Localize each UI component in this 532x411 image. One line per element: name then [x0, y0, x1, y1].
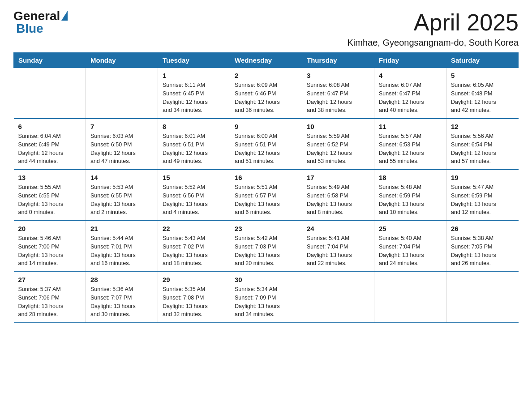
calendar-cell: 24Sunrise: 5:41 AM Sunset: 7:04 PM Dayli…: [302, 221, 374, 272]
day-info: Sunrise: 5:34 AM Sunset: 7:09 PM Dayligh…: [235, 285, 297, 319]
calendar-cell: 30Sunrise: 5:34 AM Sunset: 7:09 PM Dayli…: [230, 272, 302, 323]
day-info: Sunrise: 5:55 AM Sunset: 6:55 PM Dayligh…: [18, 183, 82, 217]
day-number: 22: [163, 225, 225, 232]
day-number: 20: [18, 225, 82, 232]
day-number: 9: [235, 123, 297, 130]
location-subtitle: Kimhae, Gyeongsangnam-do, South Korea: [348, 38, 519, 48]
calendar-week-row: 1Sunrise: 6:11 AM Sunset: 6:45 PM Daylig…: [14, 68, 519, 119]
day-number: 18: [379, 174, 442, 181]
day-number: 15: [163, 174, 225, 181]
day-number: 1: [163, 72, 225, 79]
calendar-cell: [446, 272, 519, 323]
calendar-header-saturday: Saturday: [446, 53, 519, 68]
calendar-cell: 18Sunrise: 5:48 AM Sunset: 6:59 PM Dayli…: [374, 170, 446, 221]
day-info: Sunrise: 5:47 AM Sunset: 6:59 PM Dayligh…: [451, 183, 514, 217]
calendar-header-tuesday: Tuesday: [158, 53, 230, 68]
day-number: 5: [451, 72, 514, 79]
day-info: Sunrise: 5:43 AM Sunset: 7:02 PM Dayligh…: [163, 234, 225, 268]
calendar-cell: 9Sunrise: 6:00 AM Sunset: 6:51 PM Daylig…: [230, 119, 302, 170]
calendar-cell: [374, 272, 446, 323]
day-number: 7: [90, 123, 153, 130]
calendar-cell: 15Sunrise: 5:52 AM Sunset: 6:56 PM Dayli…: [158, 170, 230, 221]
title-area: April 2025 Kimhae, Gyeongsangnam-do, Sou…: [348, 9, 519, 48]
day-info: Sunrise: 5:41 AM Sunset: 7:04 PM Dayligh…: [307, 234, 369, 268]
calendar-cell: 16Sunrise: 5:51 AM Sunset: 6:57 PM Dayli…: [230, 170, 302, 221]
day-number: 19: [451, 174, 514, 181]
calendar-cell: 14Sunrise: 5:53 AM Sunset: 6:55 PM Dayli…: [86, 170, 158, 221]
day-number: 30: [235, 276, 297, 283]
calendar-cell: 8Sunrise: 6:01 AM Sunset: 6:51 PM Daylig…: [158, 119, 230, 170]
day-info: Sunrise: 5:57 AM Sunset: 6:53 PM Dayligh…: [379, 132, 442, 166]
calendar-cell: 25Sunrise: 5:40 AM Sunset: 7:04 PM Dayli…: [374, 221, 446, 272]
day-number: 17: [307, 174, 369, 181]
day-info: Sunrise: 5:56 AM Sunset: 6:54 PM Dayligh…: [451, 132, 514, 166]
day-number: 10: [307, 123, 369, 130]
day-info: Sunrise: 5:59 AM Sunset: 6:52 PM Dayligh…: [307, 132, 369, 166]
calendar-cell: 4Sunrise: 6:07 AM Sunset: 6:47 PM Daylig…: [374, 68, 446, 119]
day-number: 27: [18, 276, 82, 283]
calendar-cell: 17Sunrise: 5:49 AM Sunset: 6:58 PM Dayli…: [302, 170, 374, 221]
day-info: Sunrise: 5:52 AM Sunset: 6:56 PM Dayligh…: [163, 183, 225, 217]
day-number: 2: [235, 72, 297, 79]
day-number: 16: [235, 174, 297, 181]
day-info: Sunrise: 6:08 AM Sunset: 6:47 PM Dayligh…: [307, 81, 369, 115]
day-info: Sunrise: 5:36 AM Sunset: 7:07 PM Dayligh…: [90, 285, 153, 319]
day-number: 26: [451, 225, 514, 232]
calendar-cell: 22Sunrise: 5:43 AM Sunset: 7:02 PM Dayli…: [158, 221, 230, 272]
calendar-week-row: 6Sunrise: 6:04 AM Sunset: 6:49 PM Daylig…: [14, 119, 519, 170]
calendar-header-thursday: Thursday: [302, 53, 374, 68]
day-info: Sunrise: 5:35 AM Sunset: 7:08 PM Dayligh…: [163, 285, 225, 319]
calendar-cell: 12Sunrise: 5:56 AM Sunset: 6:54 PM Dayli…: [446, 119, 519, 170]
calendar-header-wednesday: Wednesday: [230, 53, 302, 68]
logo-blue-text: Blue: [16, 21, 43, 36]
calendar-header-row: SundayMondayTuesdayWednesdayThursdayFrid…: [14, 53, 519, 68]
day-number: 14: [90, 174, 153, 181]
calendar-cell: 20Sunrise: 5:46 AM Sunset: 7:00 PM Dayli…: [14, 221, 86, 272]
day-info: Sunrise: 5:40 AM Sunset: 7:04 PM Dayligh…: [379, 234, 442, 268]
day-number: 12: [451, 123, 514, 130]
day-info: Sunrise: 6:03 AM Sunset: 6:50 PM Dayligh…: [90, 132, 153, 166]
calendar-cell: 11Sunrise: 5:57 AM Sunset: 6:53 PM Dayli…: [374, 119, 446, 170]
day-info: Sunrise: 6:04 AM Sunset: 6:49 PM Dayligh…: [18, 132, 82, 166]
calendar-cell: [14, 68, 86, 119]
calendar-cell: 5Sunrise: 6:05 AM Sunset: 6:48 PM Daylig…: [446, 68, 519, 119]
day-info: Sunrise: 5:49 AM Sunset: 6:58 PM Dayligh…: [307, 183, 369, 217]
calendar-cell: 1Sunrise: 6:11 AM Sunset: 6:45 PM Daylig…: [158, 68, 230, 119]
day-info: Sunrise: 5:38 AM Sunset: 7:05 PM Dayligh…: [451, 234, 514, 268]
page-header: General Blue April 2025 Kimhae, Gyeongsa…: [13, 9, 519, 48]
calendar-header-sunday: Sunday: [14, 53, 86, 68]
day-number: 11: [379, 123, 442, 130]
calendar-cell: 13Sunrise: 5:55 AM Sunset: 6:55 PM Dayli…: [14, 170, 86, 221]
calendar-cell: [302, 272, 374, 323]
calendar-cell: 26Sunrise: 5:38 AM Sunset: 7:05 PM Dayli…: [446, 221, 519, 272]
logo: General Blue: [13, 9, 68, 36]
calendar-cell: 3Sunrise: 6:08 AM Sunset: 6:47 PM Daylig…: [302, 68, 374, 119]
day-number: 25: [379, 225, 442, 232]
calendar-week-row: 20Sunrise: 5:46 AM Sunset: 7:00 PM Dayli…: [14, 221, 519, 272]
calendar-cell: 2Sunrise: 6:09 AM Sunset: 6:46 PM Daylig…: [230, 68, 302, 119]
day-number: 4: [379, 72, 442, 79]
day-info: Sunrise: 6:01 AM Sunset: 6:51 PM Dayligh…: [163, 132, 225, 166]
calendar-cell: 27Sunrise: 5:37 AM Sunset: 7:06 PM Dayli…: [14, 272, 86, 323]
calendar-cell: 29Sunrise: 5:35 AM Sunset: 7:08 PM Dayli…: [158, 272, 230, 323]
day-info: Sunrise: 5:44 AM Sunset: 7:01 PM Dayligh…: [90, 234, 153, 268]
logo-triangle-icon: [61, 11, 68, 21]
day-number: 13: [18, 174, 82, 181]
calendar-week-row: 27Sunrise: 5:37 AM Sunset: 7:06 PM Dayli…: [14, 272, 519, 323]
day-info: Sunrise: 5:37 AM Sunset: 7:06 PM Dayligh…: [18, 285, 82, 319]
calendar-cell: 21Sunrise: 5:44 AM Sunset: 7:01 PM Dayli…: [86, 221, 158, 272]
day-info: Sunrise: 5:53 AM Sunset: 6:55 PM Dayligh…: [90, 183, 153, 217]
calendar-cell: 7Sunrise: 6:03 AM Sunset: 6:50 PM Daylig…: [86, 119, 158, 170]
calendar-cell: 23Sunrise: 5:42 AM Sunset: 7:03 PM Dayli…: [230, 221, 302, 272]
day-number: 21: [90, 225, 153, 232]
calendar-header-monday: Monday: [86, 53, 158, 68]
day-number: 23: [235, 225, 297, 232]
calendar-cell: 6Sunrise: 6:04 AM Sunset: 6:49 PM Daylig…: [14, 119, 86, 170]
day-info: Sunrise: 5:46 AM Sunset: 7:00 PM Dayligh…: [18, 234, 82, 268]
calendar-cell: 10Sunrise: 5:59 AM Sunset: 6:52 PM Dayli…: [302, 119, 374, 170]
day-number: 29: [163, 276, 225, 283]
calendar-cell: [86, 68, 158, 119]
day-info: Sunrise: 5:51 AM Sunset: 6:57 PM Dayligh…: [235, 183, 297, 217]
calendar-header-friday: Friday: [374, 53, 446, 68]
month-year-title: April 2025: [348, 9, 519, 36]
